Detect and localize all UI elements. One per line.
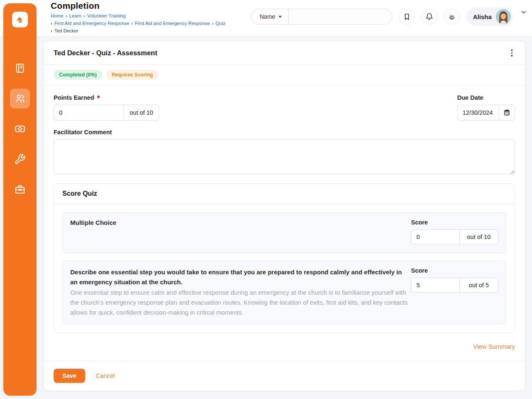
required-indicator [97,96,100,98]
sidebar-item-briefcase[interactable] [10,180,30,200]
score-quiz-card: Score Quiz Multiple Choice Score out of … [54,183,515,333]
bell-icon [425,12,433,21]
rock-logo[interactable] [12,12,28,27]
breadcrumb-separator: › [51,21,52,26]
breadcrumb: Home›Learn›Volunteer Training ›First Aid… [51,12,225,34]
search-input[interactable] [289,9,392,24]
view-summary-link[interactable]: View Summary [473,343,515,350]
search-bar: Name [251,9,392,25]
score-label: Score [411,267,498,274]
breadcrumb-separator: › [66,13,67,18]
briefcase-icon [14,184,26,195]
sidebar [3,3,37,396]
search-category-dropdown[interactable]: Name [251,9,289,24]
breadcrumb-current-person: Ted Decker [54,28,79,33]
sidebar-item-tools[interactable] [10,149,30,169]
breadcrumb-class[interactable]: First Aid and Emergency Response [135,21,210,26]
points-earned-field: Points Earned out of 10 [54,94,159,121]
breadcrumb-volunteer-training[interactable]: Volunteer Training [87,13,126,18]
essay-question-text: Describe one essential step you would ta… [70,267,409,287]
due-date-input[interactable] [457,105,499,121]
score-quiz-title: Score Quiz [54,184,515,204]
breadcrumb-line-1: Home›Learn›Volunteer Training [51,12,225,20]
money-icon [14,123,26,135]
caret-down-icon [278,16,282,18]
main-content: Ted Decker - Quiz - Assessment Completed… [37,37,532,399]
due-date-label: Due Date [457,94,515,101]
top-header: Completion Home›Learn›Volunteer Training… [0,0,532,37]
calendar-picker-button[interactable] [499,105,515,121]
journal-icon [14,62,26,74]
sun-horizon-icon [448,12,456,21]
question-panel-multiple-choice: Multiple Choice Score out of 10 [62,212,506,253]
points-earned-addon: out of 10 [123,105,159,121]
search-category-label: Name [260,13,275,20]
essay-answer-text: One essential step to ensure calm and ef… [70,288,409,318]
user-menu[interactable]: Alisha [466,7,513,26]
cancel-link[interactable]: Cancel [96,372,115,379]
facilitator-comment-textarea[interactable] [54,139,515,174]
breadcrumb-line-3: ›Ted Decker [51,27,225,34]
question-heading: Multiple Choice [70,219,409,226]
page-title: Completion [51,1,225,11]
breadcrumb-separator: › [51,28,52,33]
points-earned-label: Points Earned [54,94,159,101]
status-badge-completed: Completed (0%) [54,70,102,80]
status-badge-requires-scoring: Requires Scoring [106,70,158,80]
user-chevron-down-icon[interactable] [520,9,527,15]
score-label: Score [411,219,498,226]
essay-score-input[interactable] [411,278,459,293]
panel-title: Ted Decker - Quiz - Assessment [54,49,157,57]
facilitator-comment-field: Facilitator Comment [54,129,515,176]
breadcrumb-quiz[interactable]: Quiz [216,21,226,26]
sidebar-item-money[interactable] [10,119,30,139]
facilitator-comment-label: Facilitator Comment [54,129,515,135]
avatar [496,9,511,24]
calendar-icon [503,109,510,116]
kebab-menu-icon[interactable] [508,48,516,58]
assessment-panel: Ted Decker - Quiz - Assessment Completed… [43,40,525,391]
save-button[interactable]: Save [54,369,85,383]
people-icon [14,93,26,104]
breadcrumb-learn[interactable]: Learn [69,13,81,18]
breadcrumb-home[interactable]: Home [51,13,64,18]
multiple-choice-score-input[interactable] [411,229,459,244]
badge-row: Completed (0%) Requires Scoring [44,65,525,86]
points-earned-input[interactable] [54,105,123,121]
theme-toggle-button[interactable] [444,9,460,25]
sidebar-item-journal[interactable] [10,58,30,78]
essay-score-addon: out of 5 [459,278,498,293]
breadcrumb-separator: › [212,21,214,26]
breadcrumb-course[interactable]: First Aid and Emergency Response [54,21,129,26]
bookmark-icon [403,12,411,21]
bookmark-button[interactable] [399,9,415,25]
user-name: Alisha [473,13,492,20]
question-panel-essay: Describe one essential step you would ta… [62,261,506,324]
wrench-icon [14,153,26,165]
breadcrumb-separator: › [84,13,85,18]
breadcrumb-line-2: ›First Aid and Emergency Response›First … [51,20,225,27]
sidebar-item-people[interactable] [10,89,30,108]
notifications-button[interactable] [421,9,437,25]
breadcrumb-separator: › [131,21,133,26]
multiple-choice-score-addon: out of 10 [459,229,498,244]
due-date-field: Due Date [457,94,515,121]
